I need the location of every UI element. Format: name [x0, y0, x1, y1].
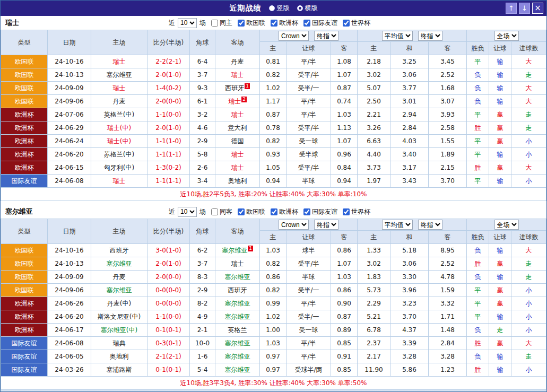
score-cell: 1-1(0-0): [147, 108, 190, 121]
scroll-up-button[interactable]: ↑: [506, 3, 517, 14]
league-label: 欧国联: [246, 207, 265, 216]
scope-select[interactable]: 全场: [494, 31, 519, 41]
away-team-cell: 瑞士: [215, 148, 260, 161]
team-link[interactable]: 塞尔维亚: [225, 353, 250, 360]
odds-source-select[interactable]: Crown: [279, 220, 309, 230]
home-team-cell: 奥地利: [91, 350, 147, 363]
team-link[interactable]: 奥地利: [228, 177, 247, 185]
team-link[interactable]: 塞尔维亚: [225, 366, 250, 373]
radio-label: 横版: [305, 4, 318, 13]
winlose-result-cell: 平: [467, 135, 489, 148]
team-link[interactable]: 塞尔维亚: [107, 71, 132, 79]
league-checkbox[interactable]: [271, 20, 277, 27]
team-link[interactable]: 西班牙: [228, 286, 247, 294]
team-link[interactable]: 瑞士(中): [107, 137, 131, 145]
recent-count-select[interactable]: 10: [178, 18, 197, 28]
odds-away-cell: 0.89: [331, 324, 358, 337]
team-link[interactable]: 英格兰: [228, 326, 247, 334]
league-checkbox[interactable]: [303, 20, 310, 27]
league-checkbox[interactable]: [238, 208, 245, 215]
odds-away-cell: 1.03: [331, 108, 358, 121]
column-header: 主场: [91, 219, 147, 244]
team-link[interactable]: 塞尔维亚: [225, 273, 250, 281]
avg-stage-select[interactable]: 终指: [418, 31, 442, 41]
goals-result-cell: 小: [511, 324, 546, 337]
team-link[interactable]: 塞尔维亚: [222, 247, 247, 254]
date-cell: 24-10-13: [48, 257, 91, 271]
odds-stage-select[interactable]: 终指: [314, 220, 338, 230]
match-row: 欧国联24-10-16西班牙3-0(1-0)6-2塞尔维亚11.03球半0.86…: [1, 244, 546, 257]
team-link[interactable]: 塞尔维亚: [107, 286, 132, 294]
team-link[interactable]: 丹麦: [113, 98, 126, 105]
team-link[interactable]: 塞尔维亚: [225, 339, 250, 347]
corner-cell: 3-4: [190, 175, 215, 188]
recent-count-select[interactable]: 10: [178, 207, 197, 217]
team-link[interactable]: 塞尔维亚: [107, 260, 132, 267]
team-link[interactable]: 塞尔维亚: [225, 313, 250, 320]
odds-away-cell: 0.94: [331, 175, 358, 188]
odds-home-cell: 0.82: [260, 135, 286, 148]
team-link[interactable]: 瑞士: [231, 71, 244, 79]
avg-away-cell: 2.58: [429, 121, 467, 135]
avg-away-cell: 1.55: [429, 135, 467, 148]
odds-source-select[interactable]: Crown: [279, 31, 309, 41]
avg-stage-select[interactable]: 终指: [418, 220, 442, 230]
column-header: 主: [260, 42, 286, 55]
avg-source-select[interactable]: 平均值: [382, 220, 413, 230]
league-checkbox[interactable]: [303, 208, 310, 215]
team-link[interactable]: 丹麦: [113, 273, 126, 281]
team-link[interactable]: 丹麦: [231, 58, 244, 65]
same-side-checkbox[interactable]: [211, 208, 218, 215]
team-link[interactable]: 瑞士: [231, 111, 244, 118]
scope-select[interactable]: 全场: [494, 220, 519, 230]
odds-stage-select[interactable]: 终指: [314, 31, 338, 41]
team-link[interactable]: 瑞士: [113, 84, 126, 92]
team-link[interactable]: 匈牙利(中): [104, 164, 134, 171]
close-button[interactable]: ×: [532, 3, 543, 14]
team-link[interactable]: 奥地利: [110, 353, 129, 360]
league-checkbox[interactable]: [238, 20, 245, 27]
winlose-result-cell: 负: [467, 68, 489, 82]
avg-source-select[interactable]: 平均值: [382, 31, 413, 41]
avg-select-group: 平均值终指: [358, 219, 467, 231]
team-link[interactable]: 西班牙: [225, 84, 244, 92]
league-checkbox[interactable]: [343, 208, 350, 215]
team-link[interactable]: 丹麦(中): [107, 300, 131, 307]
avg-draw-cell: 4.37: [390, 324, 429, 337]
team-link[interactable]: 瑞士: [228, 98, 241, 105]
team-link[interactable]: 西班牙: [110, 247, 129, 254]
home-team-cell: 瑞士: [91, 175, 147, 188]
team-link[interactable]: 塞尔维亚: [225, 300, 250, 307]
recent-unit-label: 场: [199, 207, 206, 216]
date-cell: 24-06-20: [48, 148, 91, 161]
league-type-cell: 欧国联: [1, 55, 48, 68]
team-link[interactable]: 瑞士: [231, 164, 244, 171]
team-link[interactable]: 德国: [231, 137, 244, 145]
goals-result-cell: 小: [511, 310, 546, 324]
handicap-result-cell: 输: [489, 350, 511, 363]
team-link[interactable]: 瑞士: [113, 58, 126, 65]
team-link[interactable]: 瑞士: [113, 177, 126, 185]
corner-cell: 2-9: [190, 284, 215, 297]
team-link[interactable]: 瑞士: [231, 260, 244, 267]
team-link[interactable]: 斯洛文尼亚(中): [98, 313, 141, 320]
team-link[interactable]: 苏格兰(中): [104, 151, 134, 158]
league-checkbox[interactable]: [343, 20, 350, 27]
team-link[interactable]: 塞浦路斯: [107, 366, 132, 373]
league-checkbox[interactable]: [271, 208, 277, 215]
team-link[interactable]: 塞尔维亚(中): [101, 326, 137, 334]
scroll-down-button[interactable]: ↓: [519, 3, 530, 14]
team-link[interactable]: 瑞士: [231, 151, 244, 158]
corner-cell: 4-6: [190, 121, 215, 135]
same-side-checkbox[interactable]: [211, 20, 218, 27]
odds-home-cell: 0.87: [260, 108, 286, 121]
avg-draw-cell: 3.30: [390, 271, 429, 284]
layout-radio-horizontal[interactable]: 横版: [297, 4, 318, 13]
team-link[interactable]: 意大利: [228, 124, 247, 132]
team-link[interactable]: 瑞士(中): [107, 124, 131, 132]
team-link[interactable]: 英格兰(中): [104, 111, 134, 118]
team-link[interactable]: 瑞典: [113, 339, 126, 347]
avg-away-cell: 4.78: [429, 271, 467, 284]
layout-radio-vertical[interactable]: 竖版: [269, 4, 290, 13]
avg-home-cell: 6.78: [358, 324, 390, 337]
